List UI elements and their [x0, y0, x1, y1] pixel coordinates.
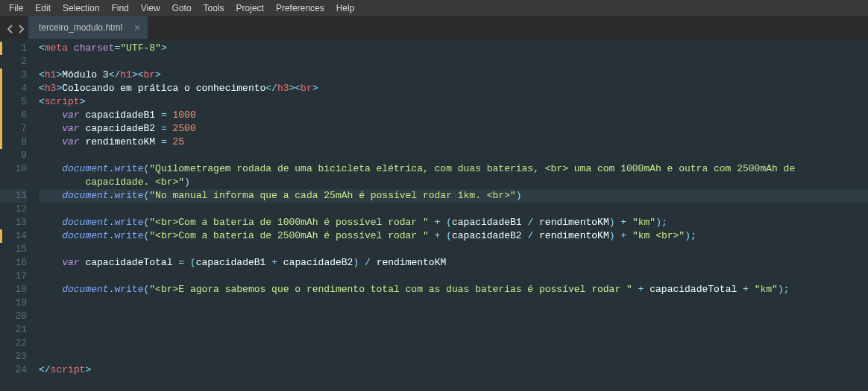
- token-str: capacidade. <br>": [85, 177, 184, 188]
- token-tag: h1: [45, 69, 57, 80]
- token-text: Colocando em prática o conhecimento: [62, 83, 265, 94]
- token-text: [371, 257, 377, 268]
- token-kw: var: [62, 136, 79, 147]
- menu-file[interactable]: File: [3, 0, 29, 16]
- token-text: [429, 230, 435, 241]
- code-line[interactable]: [39, 310, 868, 323]
- code-line[interactable]: <meta charset="UTF-8">: [39, 42, 868, 55]
- token-obj: document: [62, 163, 108, 174]
- line-gutter: 123456789101112131415161718192021222324: [0, 39, 33, 391]
- code-area[interactable]: <meta charset="UTF-8"><h1>Módulo 3</h1><…: [33, 39, 868, 391]
- code-line[interactable]: var rendimentoKM = 25: [39, 136, 868, 149]
- menu-view[interactable]: View: [135, 0, 166, 16]
- code-line[interactable]: var capacidadeB2 = 2500: [39, 122, 868, 136]
- menu-goto[interactable]: Goto: [166, 0, 198, 16]
- line-number: 7: [0, 122, 27, 136]
- line-number: 11: [0, 189, 27, 203]
- token-tag: script: [51, 364, 86, 375]
- code-line[interactable]: [39, 350, 868, 363]
- token-var: capacidadeTotal: [650, 284, 737, 295]
- code-line[interactable]: [39, 243, 868, 256]
- tab-active[interactable]: terceiro_modulo.html ×: [28, 16, 148, 39]
- code-editor[interactable]: 123456789101112131415161718192021222324 …: [0, 39, 868, 391]
- token-fn: write: [114, 163, 143, 174]
- menu-preferences[interactable]: Preferences: [270, 0, 330, 16]
- token-text: [39, 190, 62, 201]
- line-number: 22: [0, 337, 27, 350]
- token-op: +: [743, 284, 749, 295]
- token-var: capacidadeB2: [85, 123, 155, 134]
- token-str: "UTF-8": [120, 42, 161, 54]
- token-str: "No manual informa que a cada 25mAh é po…: [149, 190, 515, 201]
- code-line[interactable]: document.write("<br>Com a bateria de 100…: [39, 216, 868, 229]
- menu-selection[interactable]: Selection: [57, 0, 105, 16]
- code-line[interactable]: [39, 323, 868, 337]
- token-op: +: [620, 230, 626, 241]
- token-str: "<br>Com a bateria de 2500mAh é possível…: [149, 230, 428, 241]
- nav-forward-icon[interactable]: [16, 23, 25, 32]
- code-line[interactable]: var capacidadeB1 = 1000: [39, 109, 868, 122]
- code-line[interactable]: [39, 203, 868, 216]
- menu-tools[interactable]: Tools: [198, 0, 230, 16]
- token-text: [39, 284, 62, 295]
- token-text: [737, 284, 743, 295]
- code-line[interactable]: [39, 270, 868, 283]
- code-line[interactable]: [39, 149, 868, 162]
- code-line[interactable]: capacidade. <br>"): [39, 176, 868, 189]
- code-line[interactable]: document.write("Quilometragem rodada de …: [39, 162, 868, 176]
- token-punc: <: [39, 69, 45, 80]
- code-line[interactable]: </script>: [39, 363, 868, 377]
- line-number: 14: [0, 229, 27, 243]
- line-number: 18: [0, 283, 27, 296]
- token-fn: write: [114, 217, 143, 228]
- code-line[interactable]: [39, 337, 868, 350]
- menu-help[interactable]: Help: [330, 0, 361, 16]
- menu-edit[interactable]: Edit: [29, 0, 57, 16]
- token-op: =: [161, 136, 167, 147]
- token-tag: h3: [45, 83, 57, 94]
- menu-find[interactable]: Find: [105, 0, 134, 16]
- code-line[interactable]: [39, 296, 868, 310]
- line-number: 1: [0, 42, 27, 55]
- token-num: 25: [173, 136, 185, 147]
- code-line[interactable]: document.write("<br>E agora sabemos que …: [39, 283, 868, 296]
- token-obj: document: [62, 190, 108, 201]
- line-number: 4: [0, 82, 27, 95]
- token-text: [39, 163, 62, 174]
- token-text: [68, 42, 74, 54]
- line-number: 3: [0, 69, 27, 82]
- code-line[interactable]: [39, 55, 868, 69]
- token-punc: </: [39, 364, 51, 375]
- token-text: [39, 136, 62, 147]
- token-text: [39, 177, 85, 188]
- code-line[interactable]: var capacidadeTotal = (capacidadeB1 + ca…: [39, 256, 868, 270]
- token-op: =: [161, 109, 167, 121]
- token-punc: </: [109, 69, 121, 80]
- token-punc: ): [516, 190, 522, 201]
- code-line[interactable]: <h1>Módulo 3</h1><br>: [39, 69, 868, 82]
- token-fn: write: [114, 284, 143, 295]
- token-text: [626, 230, 632, 241]
- token-punc: ): [184, 177, 190, 188]
- token-text: [167, 136, 173, 147]
- token-text: [184, 257, 190, 268]
- token-var: capacidadeTotal: [85, 257, 172, 268]
- token-text: [39, 257, 62, 268]
- token-var: rendimentoKM: [377, 257, 447, 268]
- code-line[interactable]: document.write("No manual informa que a …: [39, 189, 868, 203]
- code-line[interactable]: <h3>Colocando em prática o conhecimento<…: [39, 82, 868, 95]
- tab-bar: terceiro_modulo.html ×: [0, 16, 868, 39]
- code-line[interactable]: <script>: [39, 95, 868, 109]
- line-number: 8: [0, 136, 27, 149]
- token-var: capacidadeB2: [452, 230, 522, 241]
- menu-project[interactable]: Project: [230, 0, 270, 16]
- token-punc: >: [85, 364, 91, 375]
- nav-back-icon[interactable]: [6, 23, 15, 32]
- token-obj: document: [62, 284, 108, 295]
- token-var: capacidadeB1: [452, 217, 522, 228]
- token-text: [39, 230, 62, 241]
- close-icon[interactable]: ×: [134, 22, 140, 33]
- token-punc: );: [655, 217, 667, 228]
- token-var: rendimentoKM: [85, 136, 155, 147]
- code-line[interactable]: document.write("<br>Com a bateria de 250…: [39, 229, 868, 243]
